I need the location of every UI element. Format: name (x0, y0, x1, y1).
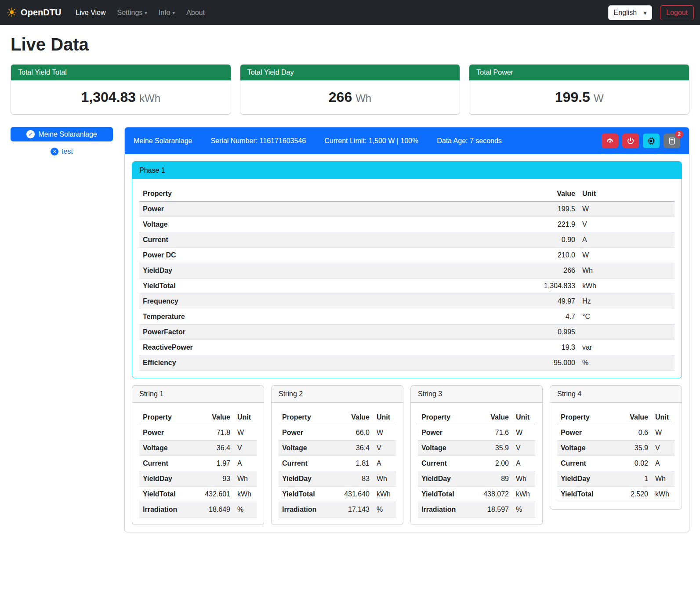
value-cell: 36.4 (341, 441, 373, 456)
table-row: Current1.81A (279, 456, 396, 471)
total-yield-total-value: 1,304.83 (81, 89, 136, 105)
table-row: Voltage35.9V (557, 441, 675, 456)
value-cell: 36.4 (201, 441, 234, 456)
table-row: YieldTotal431.640kWh (279, 487, 396, 502)
value-cell: 266 (402, 263, 579, 279)
unit-cell (579, 325, 675, 340)
unit-cell: var (579, 340, 675, 355)
property-cell: Voltage (139, 217, 402, 232)
inverter-select-button[interactable]: ✓ Meine Solaranlage (11, 127, 113, 141)
property-cell: Power (139, 425, 201, 441)
string-2-title: String 2 (272, 386, 403, 403)
value-cell: 83 (341, 471, 373, 487)
table-row: YieldTotal1,304.833kWh (139, 279, 675, 294)
logout-button[interactable]: Logout (660, 5, 694, 20)
table-row: Temperature4.7°C (139, 309, 675, 325)
col-unit: Unit (652, 410, 675, 425)
unit-cell: W (579, 248, 675, 263)
property-cell: YieldTotal (139, 279, 402, 294)
unit-cell: W (512, 425, 535, 441)
total-power-card: Total Power 199.5W (469, 64, 689, 115)
property-cell: YieldDay (139, 471, 201, 487)
nav-item-settings[interactable]: Settings ▾ (112, 5, 153, 20)
x-circle-icon: ✕ (51, 148, 58, 156)
table-row: Power199.5W (139, 202, 675, 217)
device-info-button[interactable] (643, 134, 660, 148)
property-cell: PowerFactor (139, 325, 402, 340)
col-unit: Unit (234, 410, 257, 425)
inverter-panel: Meine Solaranlage Serial Number: 1161716… (124, 127, 689, 532)
property-cell: Current (139, 456, 201, 471)
gauge-icon (606, 137, 614, 145)
value-cell: 1.81 (341, 456, 373, 471)
col-value: Value (341, 410, 373, 425)
table-row: YieldTotal2.520kWh (557, 487, 675, 502)
phase-1-title: Phase 1 (132, 162, 682, 179)
unit-cell: W (234, 425, 257, 441)
value-cell: 17.143 (341, 502, 373, 517)
property-cell: Current (557, 456, 620, 471)
col-unit: Unit (373, 410, 396, 425)
value-cell: 89 (480, 471, 512, 487)
language-select[interactable]: English ▾ (608, 5, 653, 20)
inverter-actions: 2 (602, 134, 680, 148)
limit-settings-button[interactable] (602, 134, 618, 148)
table-header-row: Property Value Unit (279, 410, 396, 425)
cpu-icon (647, 137, 655, 145)
unit-cell: W (579, 202, 675, 217)
col-property: Property (139, 410, 201, 425)
table-header-row: Property Value Unit (557, 410, 675, 425)
page-title: Live Data (11, 35, 689, 54)
brand[interactable]: ☀ OpenDTU (6, 7, 61, 19)
table-row: YieldTotal432.601kWh (139, 487, 257, 502)
nav-item-about[interactable]: About (181, 5, 210, 20)
unit-cell: A (579, 232, 675, 248)
property-cell: Voltage (279, 441, 341, 456)
inverter-name: Meine Solaranlage (134, 137, 192, 145)
string-2-table: Property Value Unit Power66.0WVoltage36.… (279, 410, 396, 517)
top-navbar: ☀ OpenDTU Live View Settings ▾ Info ▾ Ab… (0, 0, 700, 25)
col-property: Property (279, 410, 341, 425)
property-cell: Power (279, 425, 341, 441)
brand-label: OpenDTU (21, 7, 61, 18)
value-cell: 210.0 (402, 248, 579, 263)
table-row: Power DC210.0W (139, 248, 675, 263)
card-title: Total Yield Day (240, 65, 460, 80)
value-cell: 1.97 (201, 456, 234, 471)
phase-1-table: Property Value Unit Power199.5WVoltage22… (139, 186, 675, 371)
value-cell: 2.00 (480, 456, 512, 471)
property-cell: Temperature (139, 309, 402, 325)
col-value: Value (620, 410, 652, 425)
power-icon (627, 137, 635, 145)
value-cell: 1 (620, 471, 652, 487)
value-cell: 93 (201, 471, 234, 487)
value-cell: 438.072 (480, 487, 512, 502)
inverter-item-test-label: test (62, 148, 73, 156)
table-row: Irradiation18.649% (139, 502, 257, 517)
property-cell: YieldTotal (279, 487, 341, 502)
table-row: Current0.02A (557, 456, 675, 471)
event-log-button[interactable]: 2 (664, 134, 680, 148)
nav-item-info[interactable]: Info ▾ (153, 5, 181, 20)
table-row: Frequency49.97Hz (139, 294, 675, 309)
inverter-item-test[interactable]: ✕ test (11, 148, 113, 156)
power-button[interactable] (622, 134, 639, 148)
col-value: Value (480, 410, 512, 425)
table-row: YieldTotal438.072kWh (418, 487, 535, 502)
total-yield-total-card: Total Yield Total 1,304.83kWh (11, 64, 231, 115)
chevron-down-icon: ▾ (173, 10, 175, 16)
value-cell: 71.8 (201, 425, 234, 441)
property-cell: YieldTotal (557, 487, 620, 502)
property-cell: YieldDay (418, 471, 480, 487)
total-yield-total-unit: kWh (139, 92, 160, 104)
unit-cell: Wh (652, 471, 675, 487)
value-cell: 66.0 (341, 425, 373, 441)
string-4-table: Property Value Unit Power0.6WVoltage35.9… (557, 410, 675, 502)
table-row: Current0.90A (139, 232, 675, 248)
total-yield-day-card: Total Yield Day 266Wh (240, 64, 461, 115)
nav-item-live-view[interactable]: Live View (70, 5, 111, 20)
table-row: ReactivePower19.3var (139, 340, 675, 355)
inverter-limit: Current Limit: 1,500 W | 100% (324, 137, 418, 145)
col-property: Property (418, 410, 480, 425)
inverter-sidebar: ✓ Meine Solaranlage ✕ test (11, 127, 113, 156)
